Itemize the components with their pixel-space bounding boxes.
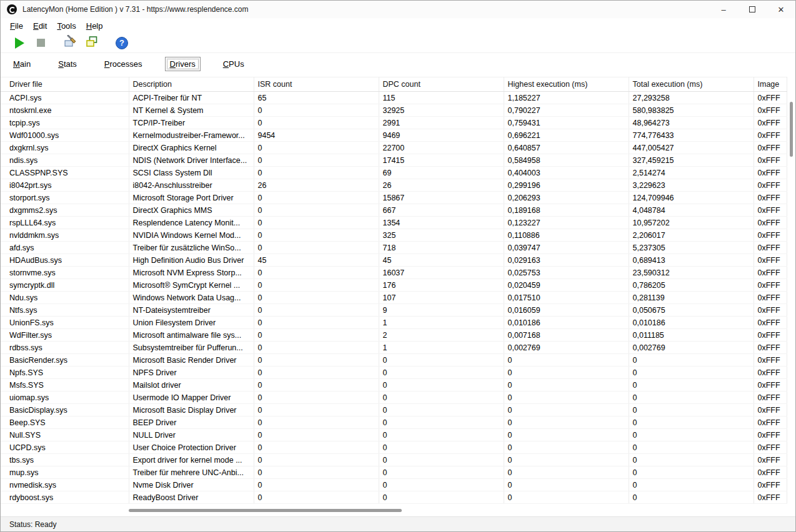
table-cell: 1 [379,317,504,329]
table-row[interactable]: tbs.sysExport driver for kernel mode ...… [1,454,787,466]
table-cell: 5,237305 [629,242,754,254]
table-row[interactable]: Ndu.sysWindows Network Data Usag...01070… [1,292,787,304]
table-row[interactable]: BasicDisplay.sysMicrosoft Basic Display … [1,404,787,416]
table-row[interactable]: Null.SYSNULL Driver00000xFFF [1,429,787,441]
table-row[interactable]: Wdf01000.sysKernelmodustreiber-Framewor.… [1,129,787,142]
maximize-button[interactable] [738,1,767,18]
table-cell: 0 [504,491,629,504]
table-row[interactable]: dxgkrnl.sysDirectX Graphics Kernel022700… [1,142,787,154]
table-cell: symcryptk.dll [1,279,129,292]
table-cell: 0 [254,242,379,254]
menu-help[interactable]: Help [81,19,108,32]
table-row[interactable]: Ntfs.sysNT-Dateisystemtreiber090,0160590… [1,304,787,317]
vertical-scrollbar-thumb[interactable] [790,102,793,157]
table-row[interactable]: CLASSPNP.SYSSCSI Class System Dll0690,40… [1,167,787,179]
table-cell: 0,010186 [504,317,629,329]
table-cell: 0 [379,441,504,454]
table-cell: rspLLL64.sys [1,217,129,229]
table-cell: i8042-Anschlusstreiber [129,179,254,192]
table-cell: 0,020459 [504,279,629,292]
table-row[interactable]: afd.sysTreiber für zusätzliche WinSo...0… [1,242,787,254]
help-button[interactable]: ? [113,35,131,51]
table-row[interactable]: uiomap.sysUsermode IO Mapper Driver00000… [1,392,787,404]
tab-stats[interactable]: Stats [53,57,82,71]
table-row[interactable]: UCPD.sysUser Choice Protection Driver000… [1,441,787,454]
tab-cpus[interactable]: CPUs [218,57,249,71]
table-row[interactable]: dxgmms2.sysDirectX Graphics MMS06670,189… [1,204,787,217]
table-row[interactable]: WdFilter.sysMicrosoft antimalware file s… [1,329,787,342]
table-row[interactable]: mup.sysTreiber für mehrere UNC-Anbi...00… [1,466,787,479]
table-cell: 2,514274 [629,167,754,179]
status-text: Status: Ready [9,520,56,529]
table-cell: 447,005427 [629,142,754,154]
start-monitor-button[interactable] [11,35,28,51]
table-cell: 3,229623 [629,179,754,192]
table-cell: 0 [254,441,379,454]
table-row[interactable]: i8042prt.sysi8042-Anschlusstreiber26260,… [1,179,787,192]
stop-monitor-button[interactable] [32,35,49,51]
table-row[interactable]: ACPI.sysACPI-Treiber für NT651151,185227… [1,92,787,104]
table-row[interactable]: rdyboost.sysReadyBoost Driver00000xFFF [1,491,787,504]
column-header-isr-count[interactable]: ISR count [254,77,379,92]
table-cell: 0xFFF [754,92,787,104]
column-header-driver-file[interactable]: Driver file [1,77,129,92]
table-cell: 0xFFF [754,104,787,117]
table-row[interactable]: Msfs.SYSMailslot driver00000xFFF [1,379,787,392]
table-cell: 0 [504,454,629,466]
table-cell: 0,299196 [504,179,629,192]
menu-file[interactable]: File [5,19,28,32]
table-row[interactable]: Beep.SYSBEEP Driver00000xFFF [1,416,787,429]
table-row[interactable]: nvlddmkm.sysNVIDIA Windows Kernel Mod...… [1,229,787,242]
table-cell: 0 [254,429,379,441]
horizontal-scrollbar-thumb[interactable] [129,509,402,512]
drivers-panel: Driver file Description ISR count DPC co… [1,74,795,505]
tab-main[interactable]: Main [8,57,36,71]
window-controls: – ✕ [709,1,795,18]
app-icon [7,4,17,14]
column-header-total-execution[interactable]: Total execution (ms) [629,77,754,92]
table-row[interactable]: BasicRender.sysMicrosoft Basic Render Dr… [1,354,787,367]
table-cell: 9 [379,304,504,317]
menu-edit[interactable]: Edit [28,19,52,32]
report-button[interactable] [83,35,101,51]
minimize-button[interactable]: – [709,1,738,18]
table-cell: 0 [504,367,629,379]
table-row[interactable]: symcryptk.dllMicrosoft® SymCrypt Kernel … [1,279,787,292]
horizontal-scrollbar[interactable] [1,505,795,516]
driver-tools-button[interactable] [62,35,79,51]
table-row[interactable]: HDAudBus.sysHigh Definition Audio Bus Dr… [1,254,787,267]
table-row[interactable]: stornvme.sysMicrosoft NVM Express Storp.… [1,267,787,279]
table-row[interactable]: UnionFS.sysUnion Filesystem Driver010,01… [1,317,787,329]
table-cell: 0,039747 [504,242,629,254]
table-cell: rdbss.sys [1,342,129,354]
table-cell: 0xFFF [754,404,787,416]
table-cell: 0xFFF [754,267,787,279]
table-cell: 0 [504,429,629,441]
table-cell: 26 [254,179,379,192]
table-cell: Treiber für zusätzliche WinSo... [129,242,254,254]
table-cell: 0 [379,379,504,392]
table-cell: 580,983825 [629,104,754,117]
table-row[interactable]: tcpip.sysTCP/IP-Treiber029910,75943148,9… [1,117,787,129]
table-cell: 0 [379,466,504,479]
column-header-image[interactable]: Image [754,77,787,92]
table-row[interactable]: rspLLL64.sysResplendence Latency Monit..… [1,217,787,229]
tab-processes[interactable]: Processes [99,57,147,71]
table-row[interactable]: Npfs.SYSNPFS Driver00000xFFF [1,367,787,379]
table-cell: 774,776433 [629,129,754,142]
table-cell: 9469 [379,129,504,142]
vertical-scrollbar[interactable] [787,94,795,505]
table-row[interactable]: nvmedisk.sysNvme Disk Driver00000xFFF [1,479,787,491]
table-cell: Npfs.SYS [1,367,129,379]
table-cell: 0 [379,491,504,504]
table-row[interactable]: ntoskrnl.exeNT Kernel & System0329250,79… [1,104,787,117]
table-row[interactable]: storport.sysMicrosoft Storage Port Drive… [1,192,787,204]
column-header-description[interactable]: Description [129,77,254,92]
table-row[interactable]: rdbss.sysSubsystemtreiber für Pufferun..… [1,342,787,354]
column-header-dpc-count[interactable]: DPC count [379,77,504,92]
menu-tools[interactable]: Tools [52,19,81,32]
column-header-highest-execution[interactable]: Highest execution (ms) [504,77,629,92]
table-row[interactable]: ndis.sysNDIS (Network Driver Interface..… [1,154,787,167]
tab-drivers[interactable]: Drivers [165,57,201,71]
close-button[interactable]: ✕ [767,1,795,18]
